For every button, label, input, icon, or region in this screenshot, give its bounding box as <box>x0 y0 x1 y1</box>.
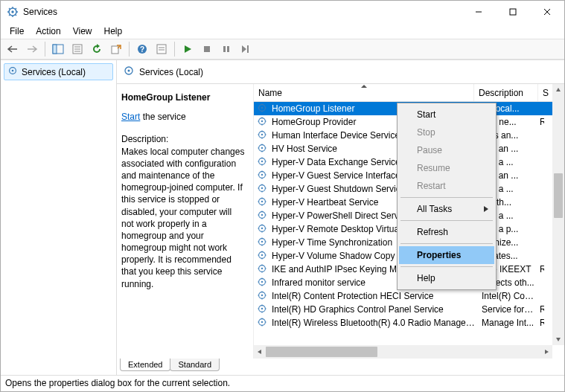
scroll-left-arrow[interactable] <box>254 346 266 358</box>
forward-button[interactable] <box>23 40 41 58</box>
description-label: Description: <box>121 133 246 145</box>
vertical-scrollbar[interactable] <box>552 84 564 345</box>
properties-button[interactable] <box>68 40 86 58</box>
action-menu-button[interactable] <box>153 40 170 58</box>
detail-pane: HomeGroup Listener Start the service Des… <box>117 84 254 359</box>
ctx-resume[interactable]: Resume <box>399 159 494 177</box>
service-icon <box>257 223 269 235</box>
ctx-help[interactable]: Help <box>399 269 494 287</box>
service-icon <box>257 156 269 168</box>
navigation-pane: Services (Local) <box>1 60 117 375</box>
ctx-separator <box>400 220 493 221</box>
hscroll-thumb[interactable] <box>266 347 377 357</box>
svg-point-67 <box>261 174 263 176</box>
service-icon <box>257 303 269 315</box>
svg-marker-141 <box>545 350 549 354</box>
service-icon <box>257 103 269 115</box>
start-service-button[interactable] <box>179 40 197 58</box>
ctx-refresh[interactable]: Refresh <box>399 223 494 241</box>
context-menu: Start Stop Pause Resume Restart All Task… <box>397 103 497 290</box>
ctx-start[interactable]: Start <box>399 106 494 123</box>
svg-point-103 <box>261 254 263 256</box>
show-hide-tree-button[interactable] <box>49 40 67 58</box>
submenu-arrow-icon <box>484 204 488 214</box>
minimize-button[interactable] <box>462 1 496 23</box>
menu-file[interactable]: File <box>4 25 30 38</box>
service-description: Manage Int... <box>477 318 535 328</box>
service-startup: R <box>535 304 544 315</box>
restart-service-button[interactable] <box>237 40 255 58</box>
menu-help[interactable]: Help <box>98 25 129 38</box>
export-list-button[interactable] <box>107 40 125 58</box>
column-startup[interactable]: S <box>538 84 553 101</box>
tab-extended[interactable]: Extended <box>120 359 170 371</box>
ctx-all-tasks[interactable]: All Tasks <box>399 200 494 218</box>
svg-point-109 <box>261 268 263 269</box>
svg-line-7 <box>16 15 17 16</box>
service-icon <box>257 290 269 302</box>
svg-marker-140 <box>258 350 261 354</box>
service-icon <box>257 143 269 155</box>
svg-marker-30 <box>242 45 246 53</box>
back-button[interactable] <box>4 40 22 58</box>
ctx-pause[interactable]: Pause <box>399 141 494 159</box>
service-row[interactable]: Intel(R) HD Graphics Control Panel Servi… <box>254 303 564 316</box>
svg-rect-28 <box>223 46 226 52</box>
start-service-suffix: the service <box>140 112 185 122</box>
service-name: Intel(R) Content Protection HECI Service <box>272 291 477 301</box>
column-name[interactable]: Name <box>254 84 474 101</box>
ctx-restart[interactable]: Restart <box>399 177 494 195</box>
toolbar: ? <box>1 39 564 60</box>
title-bar: Services <box>1 1 564 23</box>
scroll-down-arrow[interactable] <box>552 333 564 345</box>
service-name: Intel(R) HD Graphics Control Panel Servi… <box>272 304 477 315</box>
maximize-button[interactable] <box>496 1 530 23</box>
ctx-separator <box>400 243 493 244</box>
nav-item-label: Services (Local) <box>22 67 86 77</box>
svg-point-1 <box>11 10 13 13</box>
hscroll-track[interactable] <box>266 345 540 359</box>
svg-point-33 <box>12 70 14 72</box>
column-description[interactable]: Description <box>474 84 538 101</box>
pause-service-button[interactable] <box>217 40 235 58</box>
start-service-link[interactable]: Start <box>121 112 140 122</box>
ctx-all-tasks-label: All Tasks <box>417 204 452 214</box>
service-description: Service for I... <box>477 304 535 315</box>
ctx-properties-label: Properties <box>417 250 461 260</box>
service-row[interactable]: Intel(R) Content Protection HECI Service… <box>254 289 564 303</box>
svg-point-133 <box>261 321 263 323</box>
nav-services-local[interactable]: Services (Local) <box>4 63 113 80</box>
service-icon <box>257 263 269 275</box>
horizontal-scrollbar[interactable] <box>254 345 552 359</box>
service-description: Intel(R) Con... <box>477 291 535 301</box>
svg-point-79 <box>261 201 263 202</box>
content-header-label: Services (Local) <box>139 67 203 77</box>
view-tabs: Extended Standard <box>117 359 564 375</box>
svg-point-35 <box>128 70 130 72</box>
menu-view[interactable]: View <box>67 25 98 38</box>
refresh-button[interactable] <box>88 40 106 58</box>
service-row[interactable]: Intel(R) Wireless Bluetooth(R) 4.0 Radio… <box>254 316 564 330</box>
scroll-right-arrow[interactable] <box>540 346 552 358</box>
svg-point-97 <box>261 241 263 242</box>
svg-point-37 <box>261 107 263 109</box>
help-button[interactable]: ? <box>133 40 151 58</box>
svg-marker-138 <box>556 88 561 91</box>
ctx-separator <box>400 197 493 198</box>
menu-action[interactable]: Action <box>30 25 66 38</box>
svg-point-115 <box>261 281 263 283</box>
service-icon <box>257 317 269 329</box>
toolbar-separator <box>45 42 45 57</box>
scrollbar-thumb[interactable] <box>554 173 563 218</box>
scroll-up-arrow[interactable] <box>552 84 564 96</box>
svg-marker-142 <box>484 206 488 212</box>
start-service-line: Start the service <box>121 111 246 123</box>
service-name: Intel(R) Wireless Bluetooth(R) 4.0 Radio… <box>272 318 477 328</box>
service-icon <box>257 129 269 141</box>
close-button[interactable] <box>530 1 564 23</box>
app-icon <box>7 6 19 18</box>
ctx-properties[interactable]: Properties <box>399 246 494 264</box>
stop-service-button[interactable] <box>198 40 216 58</box>
tab-standard[interactable]: Standard <box>170 359 220 371</box>
ctx-stop[interactable]: Stop <box>399 123 494 141</box>
